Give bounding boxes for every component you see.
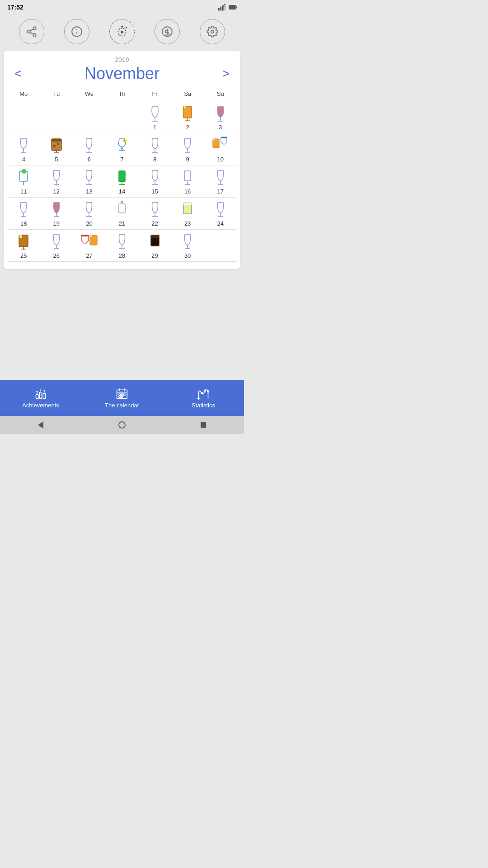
back-button[interactable] bbox=[36, 420, 45, 429]
svg-rect-61 bbox=[184, 171, 191, 181]
recents-button[interactable] bbox=[199, 420, 208, 429]
drink-icon-8 bbox=[147, 136, 163, 155]
cal-cell-16[interactable]: 16 bbox=[171, 165, 204, 197]
cal-cell-6[interactable]: 6 bbox=[73, 133, 106, 165]
cal-cell-5[interactable]: 5 bbox=[40, 133, 73, 165]
svg-rect-101 bbox=[119, 394, 121, 396]
nav-achievements[interactable]: Achievements bbox=[0, 380, 81, 416]
cal-cell-23[interactable]: 23 bbox=[171, 198, 204, 229]
day-th: Th bbox=[106, 89, 139, 99]
drink-icon-2 bbox=[179, 104, 196, 123]
nav-calendar[interactable]: The calendar bbox=[81, 380, 163, 416]
svg-rect-26 bbox=[184, 106, 186, 108]
cal-cell-1[interactable]: 1 bbox=[138, 101, 171, 133]
drink-icon-15 bbox=[147, 168, 163, 187]
day-mo: Mo bbox=[7, 89, 40, 99]
achievements-icon bbox=[34, 387, 47, 400]
cal-cell-2[interactable]: 2 bbox=[171, 101, 204, 133]
svg-rect-1 bbox=[218, 8, 220, 11]
cal-cell-7[interactable]: 7 bbox=[106, 133, 139, 165]
cal-cell-19[interactable]: 19 bbox=[40, 198, 73, 229]
dollar-button[interactable] bbox=[155, 19, 180, 44]
calendar-grid: 1 2 bbox=[7, 101, 237, 262]
time: 17:52 bbox=[7, 4, 23, 11]
svg-rect-91 bbox=[151, 235, 159, 238]
cal-cell-28[interactable]: 28 bbox=[106, 230, 139, 261]
svg-rect-7 bbox=[236, 6, 237, 9]
calendar-week-4: 18 19 bbox=[7, 197, 237, 229]
home-button[interactable] bbox=[117, 420, 127, 429]
svg-point-11 bbox=[33, 33, 36, 37]
svg-rect-112 bbox=[201, 422, 206, 428]
cal-cell-22[interactable]: 22 bbox=[138, 198, 171, 229]
svg-point-107 bbox=[201, 392, 203, 394]
cal-cell-26[interactable]: 26 bbox=[40, 230, 73, 261]
nav-statistics-label: Statistics bbox=[192, 402, 215, 409]
cal-cell-14[interactable]: 14 bbox=[106, 165, 139, 197]
share-button[interactable] bbox=[19, 19, 44, 44]
cal-cell-9[interactable]: 9 bbox=[171, 133, 204, 165]
svg-rect-48 bbox=[213, 139, 215, 141]
drink-icon-6 bbox=[81, 136, 97, 155]
day-num-9: 9 bbox=[186, 156, 189, 163]
cal-cell-3[interactable]: 3 bbox=[204, 101, 237, 133]
cal-cell-17[interactable]: 17 bbox=[204, 165, 237, 197]
day-num-12: 12 bbox=[53, 188, 60, 195]
day-num-30: 30 bbox=[184, 252, 191, 259]
drink-icon-3 bbox=[212, 104, 229, 123]
cal-cell-empty bbox=[106, 101, 139, 133]
cal-cell-29[interactable]: 29 bbox=[138, 230, 171, 261]
drink-icon-22 bbox=[147, 200, 163, 219]
next-month-button[interactable]: > bbox=[219, 66, 233, 81]
nav-statistics[interactable]: Statistics bbox=[163, 380, 244, 416]
day-num-22: 22 bbox=[151, 220, 158, 227]
timer-button[interactable] bbox=[109, 19, 135, 44]
svg-rect-85 bbox=[81, 235, 89, 236]
cal-cell-15[interactable]: 15 bbox=[138, 165, 171, 197]
svg-marker-110 bbox=[38, 421, 43, 429]
settings-button[interactable] bbox=[200, 19, 225, 44]
cal-cell-4[interactable]: 4 bbox=[7, 133, 40, 165]
cal-cell-12[interactable]: 12 bbox=[40, 165, 73, 197]
calendar-card: 2019 < November > Mo Tu We Th Fr Sa Su bbox=[4, 51, 240, 269]
cal-cell-20[interactable]: 20 bbox=[73, 198, 106, 229]
svg-rect-2 bbox=[220, 7, 221, 11]
cal-cell-21[interactable]: 21 bbox=[106, 198, 139, 229]
calendar-month: November bbox=[84, 64, 160, 83]
drink-icon-13 bbox=[81, 168, 97, 187]
day-num-20: 20 bbox=[86, 220, 92, 227]
drink-icon-18 bbox=[15, 200, 32, 219]
drink-icon-9 bbox=[179, 136, 196, 155]
svg-line-12 bbox=[30, 33, 33, 34]
share-icon bbox=[26, 26, 38, 38]
svg-rect-80 bbox=[19, 235, 22, 238]
cal-cell-empty bbox=[204, 230, 237, 261]
cal-cell-27[interactable]: 27 bbox=[73, 230, 106, 261]
drink-icon-21 bbox=[114, 200, 130, 219]
drink-icon-26 bbox=[48, 232, 65, 251]
toolbar bbox=[0, 14, 244, 49]
cal-cell-13[interactable]: 13 bbox=[73, 165, 106, 197]
svg-rect-102 bbox=[121, 394, 123, 396]
cal-cell-11[interactable]: 11 bbox=[7, 165, 40, 197]
cal-cell-24[interactable]: 24 bbox=[204, 198, 237, 229]
day-num-4: 4 bbox=[22, 156, 25, 163]
cal-cell-30[interactable]: 30 bbox=[171, 230, 204, 261]
drink-icon-12 bbox=[48, 168, 65, 187]
day-we: We bbox=[73, 89, 106, 99]
cal-cell-empty bbox=[7, 101, 40, 133]
day-num-2: 2 bbox=[186, 124, 189, 131]
cal-cell-10[interactable]: 10 bbox=[204, 133, 237, 165]
cal-cell-8[interactable]: 8 bbox=[138, 133, 171, 165]
calendar-nav-icon bbox=[116, 387, 128, 400]
day-num-7: 7 bbox=[120, 156, 123, 163]
prev-month-button[interactable]: < bbox=[11, 66, 25, 81]
info-button[interactable] bbox=[64, 19, 89, 44]
drink-icon-24 bbox=[212, 200, 229, 219]
cal-cell-25[interactable]: 25 bbox=[7, 230, 40, 261]
cal-cell-18[interactable]: 18 bbox=[7, 198, 40, 229]
nav-achievements-label: Achievements bbox=[22, 402, 59, 409]
day-num-15: 15 bbox=[151, 188, 158, 195]
day-num-28: 28 bbox=[119, 252, 125, 259]
day-num-1: 1 bbox=[153, 124, 156, 131]
